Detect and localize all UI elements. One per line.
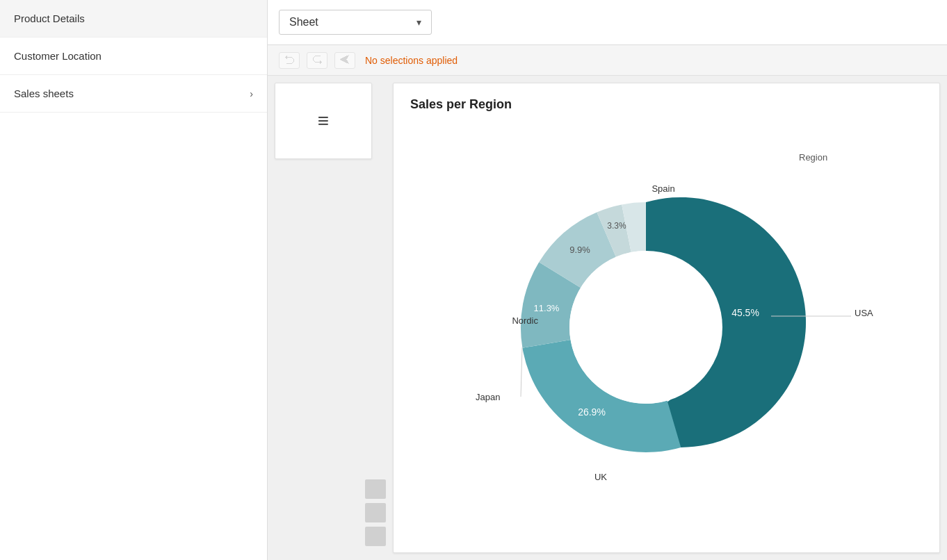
label-spain-pct: 3.3% (607, 221, 626, 231)
sidebar-item-sales-sheets[interactable]: Sales sheets › (0, 75, 267, 113)
chart-title: Sales per Region (410, 97, 923, 112)
sidebar-item-label: Product Details (14, 13, 85, 24)
japan-leader (521, 347, 522, 397)
clear-selection-icon[interactable]: ⮜ (334, 52, 355, 69)
selections-bar: ⮌ ⮎ ⮜ No selections applied (268, 45, 947, 76)
label-nordic: Nordic (512, 315, 538, 326)
label-uk: UK (594, 472, 606, 482)
left-panel: ≡ (275, 83, 386, 553)
chevron-down-icon: ▾ (416, 17, 421, 28)
label-nordic-pct: 9.9% (569, 245, 590, 255)
scroll-item (365, 503, 386, 522)
scroll-item (365, 527, 386, 546)
sidebar-item-customer-location[interactable]: Customer Location (0, 38, 267, 75)
back-selection-icon[interactable]: ⮌ (279, 52, 300, 69)
scroll-items (275, 479, 386, 553)
sidebar-item-label: Sales sheets (14, 88, 74, 99)
label-japan: Japan (476, 392, 500, 402)
chart-area: Sales per Region Region (393, 83, 940, 553)
forward-selection-icon[interactable]: ⮎ (307, 52, 327, 69)
donut-hole (569, 251, 722, 404)
label-usa: USA (855, 308, 873, 318)
label-spain: Spain (651, 183, 674, 194)
scroll-item (365, 479, 386, 499)
label-japan-pct: 11.3% (533, 303, 559, 313)
region-legend-label: Region (799, 152, 827, 163)
sheet-dropdown-label: Sheet (289, 16, 318, 28)
main-content: Sheet ▾ ⮌ ⮎ ⮜ No selections applied ≡ Sa… (268, 0, 947, 560)
sidebar-item-label: Customer Location (14, 50, 102, 62)
sidebar-item-product-details[interactable]: Product Details (0, 0, 267, 38)
chevron-right-icon: › (250, 88, 253, 99)
content-area: ≡ Sales per Region Region (268, 76, 947, 560)
no-selections-label: No selections applied (365, 55, 458, 66)
chart-container: Region (410, 126, 923, 494)
hamburger-card[interactable]: ≡ (275, 83, 372, 159)
donut-chart-svg: Region (430, 126, 903, 494)
sidebar: Product Details Customer Location Sales … (0, 0, 268, 560)
header-bar: Sheet ▾ (268, 0, 947, 45)
hamburger-icon: ≡ (318, 111, 329, 131)
label-uk-pct: 26.9% (578, 406, 606, 418)
sheet-dropdown[interactable]: Sheet ▾ (279, 10, 432, 35)
label-usa-pct: 45.5% (731, 307, 759, 318)
